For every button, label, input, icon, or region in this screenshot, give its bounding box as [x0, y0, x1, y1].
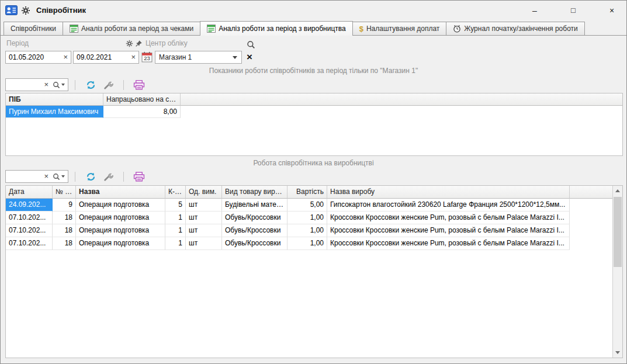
close-button[interactable]: × [602, 3, 622, 18]
table-row[interactable]: 07.10.202... 18 Операция подготовка 1 шт… [6, 224, 612, 237]
column-header-unit[interactable]: Од. вим. [186, 186, 222, 199]
cell-product-type[interactable]: Обувь/Кроссовки [222, 224, 287, 237]
cell-product-type[interactable]: Будівельні матеріа... [222, 199, 287, 212]
date-from-input[interactable] [6, 53, 60, 61]
maximize-button[interactable]: □ [563, 3, 583, 18]
summary-filter-input[interactable] [6, 81, 41, 89]
clock-icon [453, 25, 461, 33]
center-combobox-value: Магазин 1 [155, 53, 233, 61]
tab-label: Журнал початку/закінчення роботи [464, 25, 577, 33]
tab-analysis-checks[interactable]: Аналіз роботи за період за чеками [63, 22, 200, 35]
window-title: Співробітник [36, 6, 86, 15]
clear-filter-icon[interactable]: × [41, 79, 51, 91]
cell-unit[interactable]: шт [186, 224, 222, 237]
table-row[interactable]: 07.10.202... 18 Операция подготовка 1 шт… [6, 212, 612, 224]
scroll-thumb[interactable] [614, 197, 622, 267]
column-header-name[interactable]: ПІБ [6, 93, 103, 106]
cell-act-no[interactable]: 18 [53, 212, 76, 224]
cell-cost[interactable]: 1,00 [287, 237, 327, 250]
cell-name[interactable]: Операция подготовка [76, 199, 165, 212]
calendar-day: 23 [144, 55, 150, 61]
cell-cost[interactable]: 1,00 [287, 212, 327, 224]
table-icon [70, 25, 78, 33]
column-header-qty[interactable]: К-сть [165, 186, 186, 199]
date-from-field: × [5, 51, 71, 64]
minimize-button[interactable]: – [525, 3, 545, 18]
cell-amount[interactable]: 8,00 [103, 106, 181, 118]
date-to-input[interactable] [74, 53, 128, 61]
search-icon[interactable] [247, 40, 255, 49]
table-row[interactable]: Пурин Михаил Максимович 8,00 [6, 106, 622, 118]
center-combobox[interactable]: Магазин 1 [155, 51, 242, 64]
cell-act-no[interactable]: 9 [53, 199, 76, 212]
employee-window: Співробітник – □ × Співробітники Аналіз … [0, 0, 627, 364]
cell-act-no[interactable]: 18 [53, 237, 76, 250]
refresh-button[interactable] [84, 170, 98, 183]
cell-unit[interactable]: шт [186, 237, 222, 250]
column-header-product-type[interactable]: Вид товару виробу [222, 186, 287, 199]
cell-date[interactable]: 07.10.202... [6, 237, 53, 250]
cell-date[interactable]: 07.10.202... [6, 212, 53, 224]
column-header-product-name[interactable]: Назва виробу [327, 186, 570, 199]
filter-search-icon[interactable] [51, 81, 68, 89]
production-table: Дата № акту Назва К-сть Од. вим. Вид тов… [5, 185, 623, 358]
cell-qty[interactable]: 5 [165, 199, 186, 212]
summary-filter-box: × [5, 78, 68, 91]
cell-employee-name[interactable]: Пурин Михаил Максимович [6, 106, 103, 118]
scroll-down-button[interactable] [613, 348, 622, 358]
filter-search-icon[interactable] [51, 173, 68, 181]
cell-name[interactable]: Операция подготовка [76, 224, 165, 237]
header-filler [570, 186, 612, 199]
cell-cost[interactable]: 1,00 [287, 224, 327, 237]
cell-cost[interactable]: 5,00 [287, 199, 327, 212]
cell-qty[interactable]: 1 [165, 237, 186, 250]
cell-act-no[interactable]: 18 [53, 224, 76, 237]
pin-icon[interactable] [135, 40, 143, 47]
clear-filter-icon[interactable]: × [41, 171, 51, 182]
table-row[interactable]: 07.10.202... 18 Операция подготовка 1 шт… [6, 237, 612, 250]
column-header-amount[interactable]: Напрацьовано на суму [103, 93, 181, 106]
production-filter-box: × [5, 170, 68, 183]
clear-date-to-icon[interactable]: × [128, 51, 138, 63]
dollar-icon: $ [359, 25, 363, 33]
clear-center-button[interactable]: × [247, 52, 252, 63]
cell-qty[interactable]: 1 [165, 224, 186, 237]
column-header-act-no[interactable]: № акту [53, 186, 76, 199]
cell-name[interactable]: Операция подготовка [76, 212, 165, 224]
cell-date[interactable]: 07.10.202... [6, 224, 53, 237]
cell-product-type[interactable]: Обувь/Кроссовки [222, 212, 287, 224]
cell-product-type[interactable]: Обувь/Кроссовки [222, 237, 287, 250]
print-button[interactable] [132, 170, 146, 183]
cell-product-name[interactable]: Кроссовки Кроссовки женские Pum, розовый… [327, 224, 570, 237]
cell-qty[interactable]: 1 [165, 212, 186, 224]
toolbar-separator [123, 172, 124, 182]
filter-settings-gear-icon[interactable] [126, 40, 133, 47]
tab-surcharge-settings[interactable]: $ Налаштування доплат [352, 22, 447, 35]
cell-product-name[interactable]: Кроссовки Кроссовки женские Pum, розовый… [327, 212, 570, 224]
period-label: Період [6, 39, 29, 47]
tab-analysis-production[interactable]: Аналіз роботи за період з виробництва [200, 21, 353, 36]
clear-date-from-icon[interactable]: × [60, 51, 71, 63]
print-button[interactable] [132, 78, 146, 91]
vertical-scrollbar[interactable] [612, 186, 622, 358]
title-bar: Співробітник – □ × [1, 1, 626, 20]
cell-date[interactable]: 24.09.202... [6, 199, 53, 212]
table-row[interactable]: 24.09.202... 9 Операция подготовка 5 шт … [6, 199, 612, 212]
column-header-date[interactable]: Дата [6, 186, 53, 199]
tab-work-journal[interactable]: Журнал початку/закінчення роботи [446, 22, 584, 35]
cell-name[interactable]: Операция подготовка [76, 237, 165, 250]
wrench-icon[interactable] [101, 78, 115, 91]
cell-unit[interactable]: шт [186, 212, 222, 224]
column-header-name[interactable]: Назва [76, 186, 165, 199]
cell-product-name[interactable]: Гипсокартон влагостойкий 230620 Lafarge … [327, 199, 570, 212]
production-filter-input[interactable] [6, 172, 41, 181]
toolbar-separator [75, 80, 75, 90]
wrench-icon[interactable] [101, 170, 115, 183]
tab-employees[interactable]: Співробітники [4, 22, 63, 35]
calendar-icon[interactable]: 23 [141, 51, 153, 63]
refresh-button[interactable] [84, 78, 98, 91]
cell-unit[interactable]: шт [186, 199, 222, 212]
column-header-cost[interactable]: Вартість [287, 186, 327, 199]
cell-product-name[interactable]: Кроссовки Кроссовки женские Pum, розовый… [327, 237, 570, 250]
scroll-up-button[interactable] [613, 186, 622, 196]
